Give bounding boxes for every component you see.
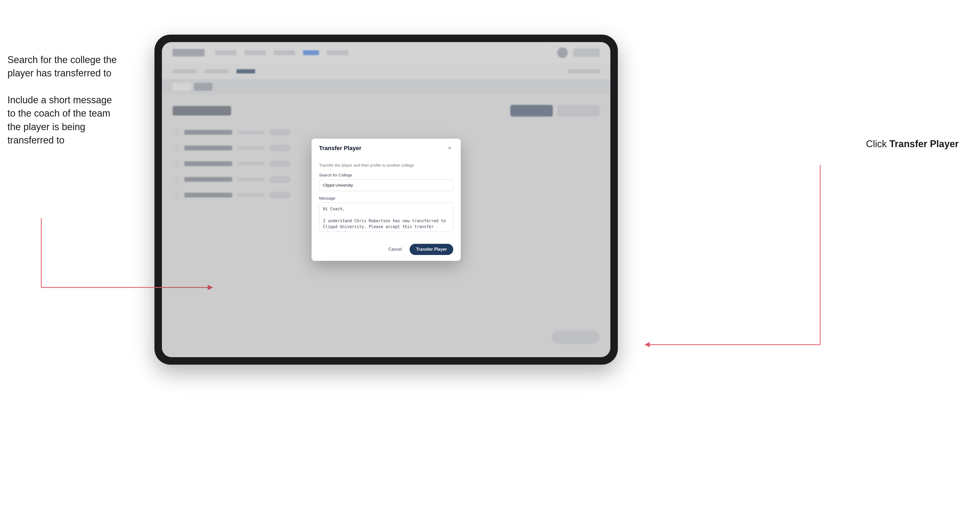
modal-dialog: Transfer Player × Transfer the player an… [312, 139, 461, 261]
tablet-frame: Transfer Player × Transfer the player an… [154, 35, 618, 365]
message-textarea[interactable]: Hi Coach, I understand Chris Robertson h… [319, 203, 453, 232]
tablet-screen: Transfer Player × Transfer the player an… [162, 42, 610, 357]
search-college-label: Search for College [319, 173, 453, 177]
modal-title: Transfer Player [319, 145, 361, 152]
message-label: Message [319, 196, 453, 200]
modal-description: Transfer the player and their profile to… [319, 163, 453, 167]
cancel-button[interactable]: Cancel [384, 244, 406, 254]
close-icon[interactable]: × [446, 144, 453, 152]
transfer-player-button[interactable]: Transfer Player [410, 244, 453, 255]
svg-marker-5 [644, 342, 650, 347]
search-college-input[interactable] [319, 179, 453, 191]
modal-footer: Cancel Transfer Player [312, 239, 461, 261]
modal-body: Transfer the player and their profile to… [312, 157, 461, 239]
modal-overlay: Transfer Player × Transfer the player an… [162, 42, 610, 357]
modal-header: Transfer Player × [312, 139, 461, 157]
